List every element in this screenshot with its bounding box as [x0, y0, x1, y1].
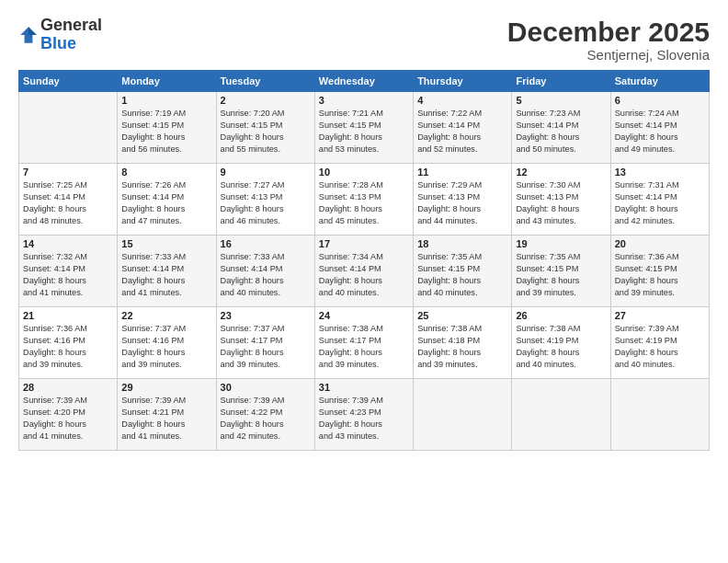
day-number: 14	[23, 238, 113, 249]
day-info: Sunrise: 7:36 AMSunset: 4:15 PMDaylight:…	[615, 251, 705, 299]
cell-w1-d7: 6Sunrise: 7:24 AMSunset: 4:14 PMDaylight…	[610, 92, 709, 164]
logo-blue: Blue	[40, 34, 76, 52]
day-number: 4	[417, 95, 507, 106]
day-number: 25	[417, 310, 507, 321]
day-info: Sunrise: 7:23 AMSunset: 4:14 PMDaylight:…	[516, 108, 606, 155]
cell-w1-d4: 3Sunrise: 7:21 AMSunset: 4:15 PMDaylight…	[314, 92, 413, 164]
cell-w3-d3: 16Sunrise: 7:33 AMSunset: 4:14 PMDayligh…	[216, 236, 314, 307]
header-row: Sunday Monday Tuesday Wednesday Thursday…	[19, 71, 710, 92]
cell-w1-d1	[19, 92, 118, 164]
day-info: Sunrise: 7:21 AMSunset: 4:15 PMDaylight:…	[319, 108, 409, 155]
day-number: 6	[615, 95, 705, 106]
day-number: 22	[121, 310, 211, 321]
day-info: Sunrise: 7:39 AMSunset: 4:21 PMDaylight:…	[121, 395, 211, 442]
cell-w2-d5: 11Sunrise: 7:29 AMSunset: 4:13 PMDayligh…	[414, 164, 512, 236]
day-info: Sunrise: 7:19 AMSunset: 4:15 PMDaylight:…	[121, 108, 211, 155]
day-number: 7	[23, 167, 113, 178]
cell-w2-d6: 12Sunrise: 7:30 AMSunset: 4:13 PMDayligh…	[512, 164, 610, 236]
day-info: Sunrise: 7:39 AMSunset: 4:20 PMDaylight:…	[23, 395, 113, 442]
day-number: 20	[615, 238, 705, 249]
cell-w1-d2: 1Sunrise: 7:19 AMSunset: 4:15 PMDaylight…	[118, 92, 216, 164]
cell-w4-d5: 25Sunrise: 7:38 AMSunset: 4:18 PMDayligh…	[414, 307, 512, 379]
cell-w5-d7	[610, 379, 709, 451]
day-number: 12	[516, 167, 606, 178]
day-info: Sunrise: 7:39 AMSunset: 4:23 PMDaylight:…	[319, 395, 409, 442]
day-info: Sunrise: 7:39 AMSunset: 4:22 PMDaylight:…	[221, 395, 311, 442]
cell-w2-d4: 10Sunrise: 7:28 AMSunset: 4:13 PMDayligh…	[314, 164, 413, 236]
day-info: Sunrise: 7:35 AMSunset: 4:15 PMDaylight:…	[516, 251, 606, 299]
cell-w4-d4: 24Sunrise: 7:38 AMSunset: 4:17 PMDayligh…	[314, 307, 413, 379]
day-number: 9	[221, 167, 311, 178]
day-number: 2	[221, 95, 311, 106]
cell-w1-d3: 2Sunrise: 7:20 AMSunset: 4:15 PMDaylight…	[216, 92, 314, 164]
day-number: 31	[319, 382, 409, 393]
svg-marker-1	[28, 27, 37, 35]
cell-w4-d7: 27Sunrise: 7:39 AMSunset: 4:19 PMDayligh…	[610, 307, 709, 379]
day-info: Sunrise: 7:35 AMSunset: 4:15 PMDaylight:…	[417, 251, 507, 299]
day-info: Sunrise: 7:32 AMSunset: 4:14 PMDaylight:…	[23, 251, 113, 299]
day-number: 10	[319, 167, 409, 178]
col-friday: Friday	[512, 71, 610, 92]
day-number: 3	[319, 95, 409, 106]
day-number: 27	[615, 310, 705, 321]
cell-w2-d1: 7Sunrise: 7:25 AMSunset: 4:14 PMDaylight…	[19, 164, 118, 236]
week-row-5: 28Sunrise: 7:39 AMSunset: 4:20 PMDayligh…	[19, 379, 710, 451]
logo-icon	[18, 25, 39, 45]
day-info: Sunrise: 7:38 AMSunset: 4:17 PMDaylight:…	[319, 323, 409, 371]
header: General Blue December 2025 Sentjernej, S…	[18, 17, 710, 63]
day-number: 5	[516, 95, 606, 106]
day-info: Sunrise: 7:22 AMSunset: 4:14 PMDaylight:…	[417, 108, 507, 155]
day-number: 16	[221, 238, 311, 249]
week-row-4: 21Sunrise: 7:36 AMSunset: 4:16 PMDayligh…	[19, 307, 710, 379]
col-sunday: Sunday	[19, 71, 118, 92]
day-number: 23	[221, 310, 311, 321]
day-number: 11	[417, 167, 507, 178]
cell-w3-d5: 18Sunrise: 7:35 AMSunset: 4:15 PMDayligh…	[414, 236, 512, 307]
day-number: 1	[121, 95, 211, 106]
cell-w4-d2: 22Sunrise: 7:37 AMSunset: 4:16 PMDayligh…	[118, 307, 216, 379]
day-info: Sunrise: 7:36 AMSunset: 4:16 PMDaylight:…	[23, 323, 113, 371]
day-info: Sunrise: 7:24 AMSunset: 4:14 PMDaylight:…	[615, 108, 705, 155]
col-saturday: Saturday	[610, 71, 709, 92]
day-info: Sunrise: 7:27 AMSunset: 4:13 PMDaylight:…	[221, 179, 311, 227]
day-number: 15	[121, 238, 211, 249]
cell-w3-d2: 15Sunrise: 7:33 AMSunset: 4:14 PMDayligh…	[118, 236, 216, 307]
day-info: Sunrise: 7:30 AMSunset: 4:13 PMDaylight:…	[516, 179, 606, 227]
cell-w2-d2: 8Sunrise: 7:26 AMSunset: 4:14 PMDaylight…	[118, 164, 216, 236]
day-info: Sunrise: 7:28 AMSunset: 4:13 PMDaylight:…	[319, 179, 409, 227]
day-info: Sunrise: 7:38 AMSunset: 4:18 PMDaylight:…	[417, 323, 507, 371]
day-number: 21	[23, 310, 113, 321]
day-number: 13	[615, 167, 705, 178]
day-info: Sunrise: 7:26 AMSunset: 4:14 PMDaylight:…	[121, 179, 211, 227]
calendar-table: Sunday Monday Tuesday Wednesday Thursday…	[18, 70, 710, 451]
day-info: Sunrise: 7:29 AMSunset: 4:13 PMDaylight:…	[417, 179, 507, 227]
cell-w5-d1: 28Sunrise: 7:39 AMSunset: 4:20 PMDayligh…	[19, 379, 118, 451]
cell-w2-d7: 13Sunrise: 7:31 AMSunset: 4:14 PMDayligh…	[610, 164, 709, 236]
cell-w5-d5	[414, 379, 512, 451]
day-number: 18	[417, 238, 507, 249]
week-row-3: 14Sunrise: 7:32 AMSunset: 4:14 PMDayligh…	[19, 236, 710, 307]
day-info: Sunrise: 7:33 AMSunset: 4:14 PMDaylight:…	[121, 251, 211, 299]
col-thursday: Thursday	[414, 71, 512, 92]
cell-w5-d2: 29Sunrise: 7:39 AMSunset: 4:21 PMDayligh…	[118, 379, 216, 451]
day-number: 28	[23, 382, 113, 393]
week-row-2: 7Sunrise: 7:25 AMSunset: 4:14 PMDaylight…	[19, 164, 710, 236]
cell-w3-d7: 20Sunrise: 7:36 AMSunset: 4:15 PMDayligh…	[610, 236, 709, 307]
day-number: 24	[319, 310, 409, 321]
cell-w1-d6: 5Sunrise: 7:23 AMSunset: 4:14 PMDaylight…	[512, 92, 610, 164]
day-number: 30	[221, 382, 311, 393]
cell-w4-d1: 21Sunrise: 7:36 AMSunset: 4:16 PMDayligh…	[19, 307, 118, 379]
title-block: December 2025 Sentjernej, Slovenia	[507, 17, 710, 63]
day-info: Sunrise: 7:31 AMSunset: 4:14 PMDaylight:…	[615, 179, 705, 227]
logo-text: General Blue	[40, 17, 102, 53]
calendar-title: December 2025	[507, 17, 710, 47]
cell-w4-d6: 26Sunrise: 7:38 AMSunset: 4:19 PMDayligh…	[512, 307, 610, 379]
day-info: Sunrise: 7:37 AMSunset: 4:16 PMDaylight:…	[121, 323, 211, 371]
day-info: Sunrise: 7:33 AMSunset: 4:14 PMDaylight:…	[221, 251, 311, 299]
day-number: 19	[516, 238, 606, 249]
day-number: 8	[121, 167, 211, 178]
logo-general: General	[40, 16, 102, 34]
logo: General Blue	[18, 17, 102, 53]
cell-w5-d6	[512, 379, 610, 451]
day-info: Sunrise: 7:34 AMSunset: 4:14 PMDaylight:…	[319, 251, 409, 299]
